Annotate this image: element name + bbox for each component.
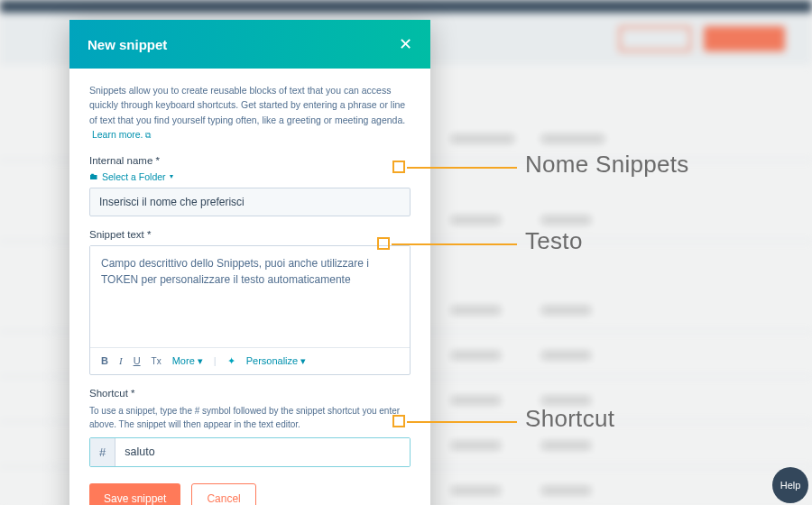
- callout-marker-text: [377, 237, 390, 250]
- chevron-down-icon: ▾: [170, 172, 173, 180]
- more-dropdown[interactable]: More ▾: [172, 355, 203, 367]
- internal-name-label: Internal name *: [89, 155, 411, 166]
- clear-format-button[interactable]: Tx: [152, 356, 161, 366]
- personalize-dropdown[interactable]: Personalize ▾: [246, 355, 307, 367]
- callout-label-name: Nome Snippets: [525, 151, 689, 179]
- shortcut-label: Shortcut *: [89, 388, 411, 399]
- intro-text: Snippets allow you to create reusable bl…: [89, 83, 411, 142]
- bold-button[interactable]: B: [101, 355, 108, 366]
- snippet-text-area[interactable]: Campo descrittivo dello Snippets, puoi a…: [90, 246, 410, 347]
- snippet-text-editor: Campo descrittivo dello Snippets, puoi a…: [89, 245, 411, 375]
- save-button[interactable]: Save snippet: [89, 483, 180, 505]
- callout-label-shortcut: Shortcut: [525, 405, 614, 433]
- personalize-icon: ✦: [227, 355, 235, 367]
- callout-marker-shortcut: [392, 415, 405, 427]
- help-button[interactable]: Help: [772, 467, 808, 503]
- cancel-button[interactable]: Cancel: [191, 483, 255, 505]
- learn-more-label: Learn more.: [92, 129, 143, 140]
- new-snippet-modal: New snippet ✕ Snippets allow you to crea…: [69, 20, 430, 505]
- select-folder-dropdown[interactable]: 🖿 Select a Folder ▾: [89, 171, 411, 182]
- intro-copy: Snippets allow you to create reusable bl…: [89, 85, 405, 125]
- more-label: More: [172, 355, 195, 366]
- callout-label-text: Testo: [525, 227, 583, 255]
- select-folder-label: Select a Folder: [102, 171, 166, 182]
- modal-header: New snippet ✕: [69, 20, 430, 69]
- personalize-label: Personalize: [246, 355, 298, 366]
- folder-icon: 🖿: [89, 171, 98, 181]
- editor-toolbar: B I U Tx More ▾ | ✦ Personalize ▾: [90, 347, 410, 374]
- internal-name-input[interactable]: [89, 188, 411, 216]
- callout-line-shortcut: [407, 421, 517, 423]
- italic-button[interactable]: I: [119, 355, 123, 366]
- snippet-text-label: Snippet text *: [89, 229, 411, 240]
- callout-line-text: [392, 243, 517, 245]
- callout-marker-name: [392, 161, 405, 173]
- modal-footer: Save snippet Cancel: [89, 483, 411, 505]
- toolbar-separator: |: [214, 355, 217, 366]
- underline-button[interactable]: U: [134, 355, 141, 366]
- shortcut-input[interactable]: [115, 438, 410, 466]
- shortcut-input-group: #: [89, 437, 411, 467]
- learn-more-link[interactable]: Learn more. ⧉: [92, 129, 152, 140]
- external-link-icon: ⧉: [145, 131, 151, 140]
- close-icon[interactable]: ✕: [399, 34, 412, 54]
- callout-line-name: [407, 167, 517, 169]
- shortcut-hint: To use a snippet, type the # symbol foll…: [89, 404, 411, 431]
- shortcut-prefix: #: [90, 438, 115, 466]
- modal-title: New snippet: [88, 37, 167, 52]
